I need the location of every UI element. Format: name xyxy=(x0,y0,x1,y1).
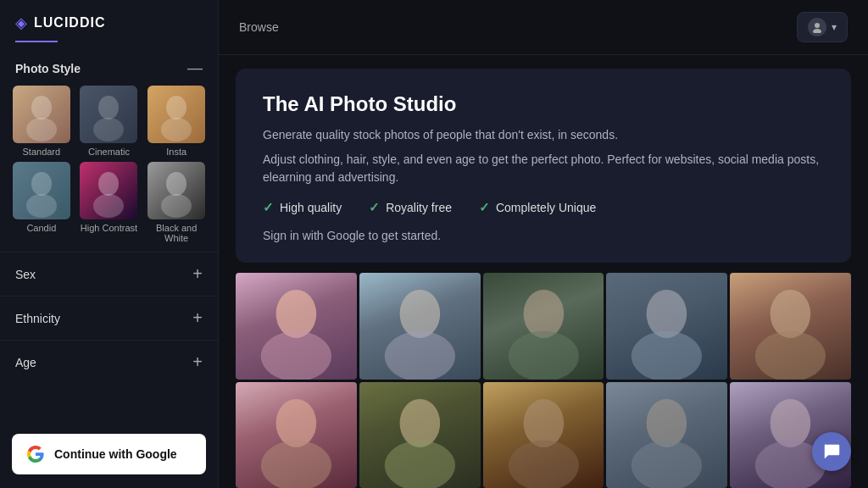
gallery-item-8 xyxy=(483,382,604,489)
hero-title: The AI Photo Studio xyxy=(263,92,824,116)
google-btn-label: Continue with Google xyxy=(54,447,177,461)
check-icon-2: ✓ xyxy=(369,200,380,215)
browse-link[interactable]: Browse xyxy=(239,20,279,34)
chat-icon xyxy=(822,442,841,461)
photo-style-high-contrast[interactable]: High Contrast xyxy=(78,162,141,243)
logo-area: ◈ LUCIDDIC xyxy=(0,0,218,39)
svg-point-29 xyxy=(755,331,826,380)
photo-thumb-insta xyxy=(147,86,205,143)
svg-point-30 xyxy=(276,398,317,446)
svg-point-11 xyxy=(26,194,57,218)
svg-point-36 xyxy=(647,398,687,446)
gallery-item-2 xyxy=(359,273,481,380)
collapse-icon[interactable]: — xyxy=(187,59,203,77)
user-avatar-icon xyxy=(808,18,826,36)
features-row: ✓ High quality ✓ Royality free ✓ Complet… xyxy=(263,200,824,215)
expand-sex-icon: + xyxy=(192,264,203,284)
photo-label-high-contrast: High Contrast xyxy=(81,223,137,233)
accordion-ethnicity[interactable]: Ethnicity + xyxy=(0,296,218,340)
gallery-item-9 xyxy=(606,382,727,489)
check-icon-3: ✓ xyxy=(479,200,490,215)
chat-bubble-button[interactable] xyxy=(812,432,851,471)
photo-style-cinematic[interactable]: Cinematic xyxy=(78,86,141,157)
svg-point-10 xyxy=(31,172,52,196)
accordion-sex-label: Sex xyxy=(15,268,36,281)
feature-high-quality: ✓ High quality xyxy=(263,200,342,215)
svg-point-32 xyxy=(399,398,440,446)
svg-point-37 xyxy=(632,440,702,488)
svg-point-35 xyxy=(508,440,578,488)
photo-thumb-cinematic xyxy=(80,86,137,143)
gallery-item-7 xyxy=(359,382,481,489)
svg-point-19 xyxy=(813,29,821,33)
photo-label-insta: Insta xyxy=(166,147,186,157)
svg-point-4 xyxy=(98,96,119,119)
svg-point-38 xyxy=(771,398,811,446)
logo-icon: ◈ xyxy=(15,14,27,32)
accordion-ethnicity-label: Ethnicity xyxy=(15,312,60,325)
svg-point-7 xyxy=(166,96,186,119)
sign-in-text: Sign in with Google to get started. xyxy=(263,229,824,242)
main-content: Browse ▾ The AI Photo Studio Generate qu… xyxy=(219,0,868,488)
content-area: The AI Photo Studio Generate quality sto… xyxy=(219,55,868,488)
svg-point-23 xyxy=(385,331,455,380)
expand-age-icon: + xyxy=(192,352,203,372)
top-nav: Browse ▾ xyxy=(219,0,868,55)
photo-style-insta[interactable]: Insta xyxy=(145,86,208,157)
svg-point-26 xyxy=(647,290,687,338)
photo-style-standard[interactable]: Standard xyxy=(10,86,73,157)
photo-thumb-bw xyxy=(147,162,205,219)
expand-ethnicity-icon: + xyxy=(192,308,203,328)
feature-label-1: High quality xyxy=(280,201,342,214)
accordion-age[interactable]: Age + xyxy=(0,340,218,384)
hero-desc2: Adjust clothing, hair, style, and even a… xyxy=(263,151,824,186)
google-btn-wrapper: Continue with Google xyxy=(0,422,218,488)
gallery-item-5 xyxy=(730,273,851,380)
google-signin-button[interactable]: Continue with Google xyxy=(12,434,206,474)
feature-label-3: Completely Unique xyxy=(496,201,596,214)
svg-point-14 xyxy=(93,194,124,218)
svg-point-20 xyxy=(276,290,317,338)
sidebar: ◈ LUCIDDIC Photo Style — Standard xyxy=(0,0,219,488)
svg-point-21 xyxy=(261,331,331,380)
photo-style-label: Photo Style xyxy=(15,62,81,75)
svg-point-31 xyxy=(261,440,331,488)
feature-royalty-free: ✓ Royality free xyxy=(369,200,452,215)
photo-style-grid: Standard Cinematic Insta xyxy=(0,86,218,252)
svg-point-13 xyxy=(98,172,119,196)
svg-point-2 xyxy=(26,118,57,141)
gallery-item-6 xyxy=(236,382,357,489)
photo-thumb-high-contrast xyxy=(80,162,137,219)
svg-point-5 xyxy=(93,118,124,141)
accordion-sex[interactable]: Sex + xyxy=(0,252,218,296)
photo-label-standard: Standard xyxy=(23,147,61,157)
photo-label-bw: Black and White xyxy=(145,223,208,243)
photo-style-bw[interactable]: Black and White xyxy=(145,162,208,243)
svg-point-16 xyxy=(166,172,186,196)
photo-style-candid[interactable]: Candid xyxy=(10,162,73,243)
photo-thumb-candid xyxy=(13,162,70,219)
svg-point-17 xyxy=(161,194,192,218)
gallery-grid xyxy=(236,273,851,488)
photo-style-header: Photo Style — xyxy=(0,51,218,86)
svg-point-18 xyxy=(815,23,820,28)
gallery-item-3 xyxy=(483,273,604,380)
hero-desc1: Generate quality stock photos of people … xyxy=(263,126,824,144)
chevron-down-icon: ▾ xyxy=(832,21,837,33)
feature-label-2: Royality free xyxy=(386,201,452,214)
photo-label-cinematic: Cinematic xyxy=(88,147,130,157)
gallery-item-1 xyxy=(236,273,357,380)
accordion-age-label: Age xyxy=(15,356,36,369)
logo-text: LUCIDDIC xyxy=(34,15,105,30)
feature-unique: ✓ Completely Unique xyxy=(479,200,596,215)
svg-point-28 xyxy=(771,290,811,338)
photo-thumb-standard xyxy=(13,86,70,143)
svg-point-33 xyxy=(385,440,455,488)
svg-point-24 xyxy=(523,290,564,338)
svg-point-34 xyxy=(523,398,564,446)
svg-point-1 xyxy=(31,96,52,119)
google-logo-icon xyxy=(27,446,44,463)
user-button[interactable]: ▾ xyxy=(797,12,848,42)
svg-point-22 xyxy=(399,290,440,338)
photo-label-candid: Candid xyxy=(26,223,56,233)
